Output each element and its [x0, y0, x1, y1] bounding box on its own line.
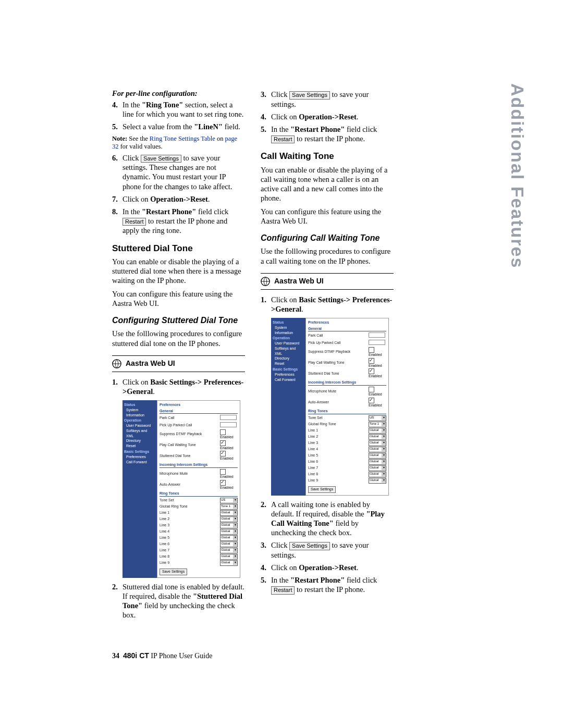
step-4: 4. In the "Ring Tone" section, select a … — [112, 100, 245, 119]
restart-button[interactable]: Restart — [271, 586, 295, 595]
save-settings-button[interactable]: Save Settings — [289, 542, 330, 550]
cw-p2: You can configure this feature using the… — [261, 207, 394, 226]
cw-step-1: 1. Click on Basic Settings-> Preferences… — [261, 295, 394, 314]
conf-stuttered-heading: Configuring Stuttered Dial Tone — [112, 315, 245, 326]
cw-step-4: 4. Click on Operation->Reset. — [261, 563, 394, 572]
restart-button[interactable]: Restart — [123, 218, 146, 226]
right-column: 3. Click Save Settings to save your sett… — [261, 89, 394, 623]
preferences-screenshot: Status System Information Operation User… — [271, 318, 389, 496]
right-step-5: 5. In the "Restart Phone" field click Re… — [261, 125, 394, 144]
left-column: For per-line configuration: 4. In the "R… — [112, 89, 245, 623]
ss-main: Preferences General Park Call Pick Up Pa… — [157, 400, 240, 578]
page-body: For per-line configuration: 4. In the "R… — [0, 0, 563, 654]
right-step-3: 3. Click Save Settings to save your sett… — [261, 90, 394, 109]
stuttered-p2: You can configure this feature using the… — [112, 289, 245, 308]
link-ring-tone-table[interactable]: Ring Tone Settings Table — [150, 135, 215, 142]
call-waiting-heading: Call Waiting Tone — [261, 151, 394, 162]
stuttered-step-2: 2. Stuttered dial tone is enabled by def… — [112, 582, 245, 620]
preferences-screenshot: Status System Information Operation User… — [123, 400, 240, 578]
page-footer: 34 480i CT IP Phone User Guide — [112, 651, 212, 660]
webui-banner: Aastra Web UI — [261, 273, 394, 290]
ss-sidebar: Status System Information Operation User… — [123, 400, 157, 578]
step-6: 6. Click Save Settings to save your sett… — [112, 153, 245, 191]
cw-step-2: 2. A call waiting tone is enabled by def… — [261, 500, 394, 538]
note: Note: See the Ring Tone Settings Table o… — [112, 135, 245, 151]
conf-cw-p: Use the folllowing procedures to configu… — [261, 246, 394, 265]
stuttered-p1: You can enable or disable the playing of… — [112, 257, 245, 285]
ss-save-button[interactable]: Save Settings — [160, 569, 187, 575]
save-settings-button[interactable]: Save Settings — [289, 91, 330, 100]
globe-icon — [112, 359, 121, 368]
cw-step-5: 5. In the "Restart Phone" field click Re… — [261, 575, 394, 595]
cw-p1: You can enable or disable the playing of… — [261, 165, 394, 203]
right-step-4: 4. Click on Operation->Reset. — [261, 112, 394, 121]
globe-icon — [261, 277, 270, 286]
save-settings-button[interactable]: Save Settings — [141, 155, 181, 163]
webui-banner: Aastra Web UI — [112, 355, 245, 372]
ss-main: Preferences General Park Call Pick Up Pa… — [305, 318, 389, 496]
conf-cw-heading: Configuring Call Waiting Tone — [261, 233, 394, 243]
restart-button[interactable]: Restart — [271, 135, 295, 144]
per-line-heading: For per-line configuration: — [112, 89, 245, 98]
conf-stuttered-p: Use the folllowing procedures to configu… — [112, 329, 245, 348]
step-5: 5. Select a value from the "LineN" field… — [112, 122, 245, 131]
ss-save-button[interactable]: Save Settings — [308, 486, 336, 493]
ss-sidebar: Status System Information Operation User… — [271, 318, 305, 496]
step-8: 8. In the "Restart Phone" field click Re… — [112, 207, 245, 236]
cw-step-3: 3. Click Save Settings to save your sett… — [261, 540, 394, 560]
stuttered-step-1: 1. Click on Basic Settings-> Preferences… — [112, 377, 245, 396]
step-7: 7. Click on Operation->Reset. — [112, 194, 245, 204]
stuttered-heading: Stuttered Dial Tone — [112, 243, 245, 254]
